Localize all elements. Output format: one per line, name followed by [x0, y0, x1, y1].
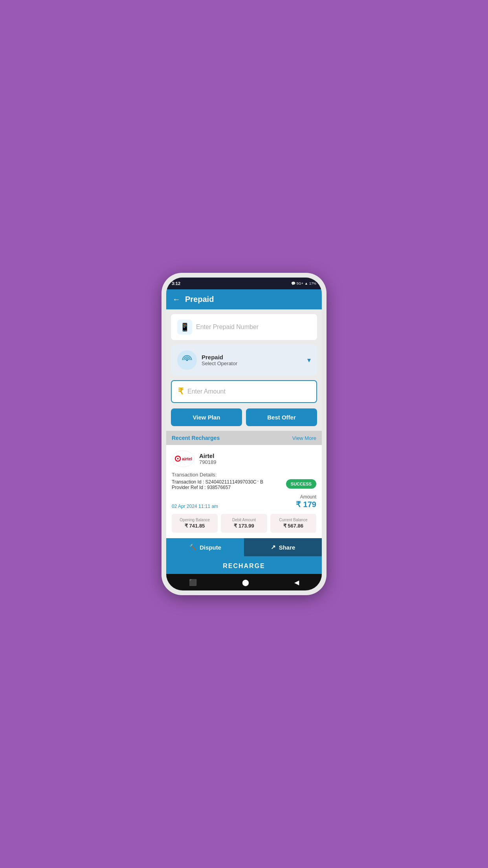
header: ← Prepaid	[166, 289, 322, 309]
transaction-card: ⊙ airtel Airtel 790189 Transaction Detai…	[166, 445, 322, 538]
amount-value: ₹ 179	[296, 500, 316, 509]
status-badge: SUCCESS	[286, 479, 316, 489]
amount-block: Amount ₹ 179	[296, 494, 316, 509]
status-bar: 3:12 💬 5G+ ▲ 17%	[166, 278, 322, 289]
opening-balance-box: Opening Balance ₹ 741.85	[172, 514, 218, 533]
whatsapp-icon: 💬	[291, 281, 295, 285]
amount-label: Amount	[296, 494, 316, 500]
current-balance-label: Current Balance	[274, 518, 312, 522]
back-button[interactable]: ←	[172, 295, 180, 304]
current-balance-value: ₹ 567.86	[274, 523, 312, 529]
dispute-icon: 🔨	[189, 544, 196, 551]
carrier-name: Airtel	[199, 452, 216, 459]
provider-ref: Provider Ref Id : 938576657	[172, 485, 286, 490]
page-title: Prepaid	[185, 295, 214, 304]
battery-icon: 17%	[309, 281, 316, 285]
dispute-button[interactable]: 🔨 Dispute	[166, 538, 244, 556]
status-time: 3:12	[172, 281, 180, 286]
rupee-icon: ₹	[178, 386, 183, 397]
transaction-details-label: Transaction Details:	[172, 472, 316, 478]
network-icon: 5G+	[297, 281, 303, 285]
phone-icon: 📱	[177, 320, 192, 335]
amount-input-box[interactable]: ₹ Enter Amount	[171, 380, 317, 403]
view-more-link[interactable]: View More	[292, 435, 316, 441]
phone-number-input-box[interactable]: 📱 Enter Prepaid Number	[171, 314, 317, 340]
opening-balance-value: ₹ 741.85	[176, 523, 214, 529]
transaction-details: Transaction Id : S24040211114997030C⁻ B …	[172, 479, 286, 490]
plan-buttons-row: View Plan Best Offer	[171, 408, 317, 426]
transaction-id-row: Transaction Id : S24040211114997030C⁻ B …	[172, 479, 316, 490]
signal-icon: ▲	[305, 281, 308, 285]
view-plan-button[interactable]: View Plan	[171, 408, 242, 426]
carrier-row: ⊙ airtel Airtel 790189	[172, 451, 316, 467]
debit-amount-value: ₹ 173.99	[225, 523, 263, 529]
operator-text: Prepaid Select Operator	[202, 354, 303, 366]
airtel-logo: ⊙ airtel	[172, 451, 194, 467]
main-content: 📱 Enter Prepaid Number	[166, 309, 322, 574]
operator-selector[interactable]: Prepaid Select Operator ▾	[171, 345, 317, 375]
recent-recharges-title: Recent Recharges	[172, 435, 220, 441]
action-buttons-row: 🔨 Dispute ↗ Share	[166, 538, 322, 556]
screen: ← Prepaid 📱 Enter Prepaid Number	[166, 289, 322, 590]
transaction-id: Transaction Id : S24040211114997030C⁻ B	[172, 479, 286, 485]
current-balance-box: Current Balance ₹ 567.86	[270, 514, 316, 533]
dispute-label: Dispute	[200, 544, 221, 551]
amount-placeholder: Enter Amount	[187, 388, 226, 395]
carrier-info: Airtel 790189	[199, 452, 216, 465]
debit-amount-label: Debit Amount	[225, 518, 263, 522]
share-icon: ↗	[271, 544, 276, 551]
chevron-down-icon[interactable]: ▾	[307, 356, 311, 364]
input-section: 📱 Enter Prepaid Number	[166, 309, 322, 431]
airtel-symbol: ⊙	[174, 454, 181, 464]
phone-input-placeholder: Enter Prepaid Number	[196, 324, 259, 331]
debit-amount-box: Debit Amount ₹ 173.99	[221, 514, 267, 533]
transaction-bottom-row: 02 Apr 2024 11:11 am Amount ₹ 179	[172, 494, 316, 509]
airtel-text: airtel	[182, 456, 192, 461]
transaction-date: 02 Apr 2024 11:11 am	[172, 504, 218, 509]
share-button[interactable]: ↗ Share	[244, 538, 322, 556]
operator-sub: Select Operator	[202, 360, 303, 366]
status-icons: 💬 5G+ ▲ 17%	[291, 281, 316, 285]
operator-icon	[177, 350, 197, 370]
carrier-number: 790189	[199, 459, 216, 465]
balance-row: Opening Balance ₹ 741.85 Debit Amount ₹ …	[172, 514, 316, 533]
bottom-navigation: ⬛ ⬤ ◀	[166, 574, 322, 590]
home-nav-button[interactable]: ⬛	[189, 579, 197, 586]
opening-balance-label: Opening Balance	[176, 518, 214, 522]
share-label: Share	[279, 544, 295, 551]
recharge-button[interactable]: RECHARGE	[166, 556, 322, 574]
back-nav-button[interactable]: ◀	[294, 579, 299, 586]
best-offer-button[interactable]: Best Offer	[246, 408, 317, 426]
operator-label: Prepaid	[202, 354, 303, 360]
recent-recharges-header: Recent Recharges View More	[166, 431, 322, 445]
svg-point-0	[186, 359, 188, 361]
recents-nav-button[interactable]: ⬤	[242, 579, 249, 586]
